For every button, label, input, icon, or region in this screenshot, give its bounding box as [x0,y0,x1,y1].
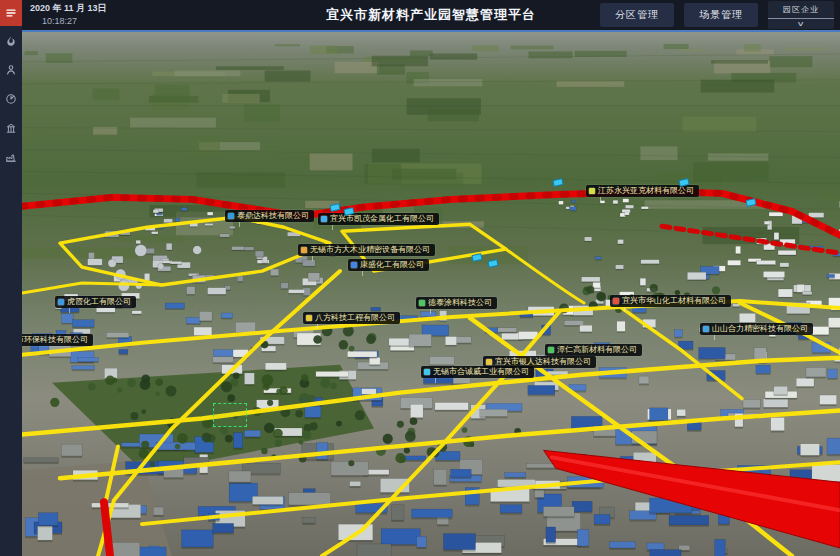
toolbar-item-gauge[interactable] [0,84,22,113]
bank-icon [5,122,17,134]
map-3d-view[interactable]: 泰鼎达科技有限公司宜兴市凯茂金属化工有限公司无锡市方大木业精密设备有限公司康盛化… [22,30,840,556]
company-marker-icon [703,326,709,332]
chevron-down-icon: ∨ [797,19,805,28]
company-label[interactable]: 宜兴市凯茂金属化工有限公司 [318,213,439,225]
company-marker-icon [58,299,64,305]
map-canvas[interactable] [22,32,840,556]
fire-icon [5,35,17,47]
company-name: 宜兴市华山化工材料有限公司 [622,296,726,306]
company-marker-icon [321,216,327,222]
zone-management-button[interactable]: 分区管理 [600,3,674,27]
toolbar-item-fire[interactable] [0,26,22,55]
company-label[interactable]: 八方科技工程有限公司 [303,312,400,324]
company-name: 山山合力精密科技有限公司 [712,324,808,334]
company-label[interactable]: 泰鼎达科技有限公司 [225,210,314,222]
company-marker-icon [486,359,492,365]
company-label[interactable]: 宜兴市环保科技有限公司 [22,334,93,346]
company-name: 泰鼎达科技有限公司 [237,211,309,221]
park-enterprise-dropdown[interactable]: 园区企业 ∨ [768,1,834,29]
company-label[interactable]: 康盛化工有限公司 [348,259,429,271]
company-marker-icon [613,298,619,304]
factory-icon [5,151,17,163]
company-marker-icon [301,247,307,253]
top-bar: 2020 年 11 月 13日 10:18:27 宜兴市新材料产业园智慧管理平台… [22,0,840,30]
person-icon [5,64,17,76]
company-name: 江苏永兴亚克材料有限公司 [598,186,694,196]
company-marker-icon [306,315,312,321]
company-name: 潭仁高新材料有限公司 [557,345,637,355]
company-marker-icon [424,369,430,375]
company-label[interactable]: 德泰涂料科技公司 [416,297,497,309]
company-name: 八方科技工程有限公司 [315,313,395,323]
datetime-block: 2020 年 11 月 13日 10:18:27 [30,4,107,26]
company-marker-icon [228,213,234,219]
date-label: 2020 年 11 月 13日 [30,4,107,13]
company-label[interactable]: 宜兴市华山化工材料有限公司 [610,295,731,307]
company-label[interactable]: 虎霞化工有限公司 [55,296,136,308]
toolbar-item-bank[interactable] [0,113,22,142]
company-label[interactable]: 江苏永兴亚克材料有限公司 [586,185,699,197]
company-marker-icon [589,188,595,194]
toolbar-item-factory[interactable] [0,142,22,171]
gauge-icon [5,93,17,105]
company-marker-icon [548,347,554,353]
company-name: 无锡市方大木业精密设备有限公司 [310,245,430,255]
company-name: 宜兴市环保科技有限公司 [22,335,88,345]
company-label[interactable]: 潭仁高新材料有限公司 [545,344,642,356]
selection-box [213,403,247,427]
company-label[interactable]: 无锡市合诚威工业有限公司 [421,366,534,378]
company-marker-icon [419,300,425,306]
company-name: 无锡市合诚威工业有限公司 [433,367,529,377]
menu-button[interactable] [0,0,22,26]
company-name: 康盛化工有限公司 [360,260,424,270]
company-marker-icon [351,262,357,268]
time-label: 10:18:27 [42,17,107,26]
app-root: 2020 年 11 月 13日 10:18:27 宜兴市新材料产业园智慧管理平台… [0,0,840,556]
company-label[interactable]: 无锡市方大木业精密设备有限公司 [298,244,435,256]
header-actions: 分区管理场景管理 园区企业 ∨ [600,1,834,29]
dropdown-label: 园区企业 [783,3,819,18]
scene-management-button[interactable]: 场景管理 [684,3,758,27]
company-name: 德泰涂料科技公司 [428,298,492,308]
toolbar-item-person[interactable] [0,55,22,84]
menu-icon [5,7,17,19]
left-toolbar [0,0,22,556]
company-name: 虎霞化工有限公司 [67,297,131,307]
company-label[interactable]: 山山合力精密科技有限公司 [700,323,813,335]
